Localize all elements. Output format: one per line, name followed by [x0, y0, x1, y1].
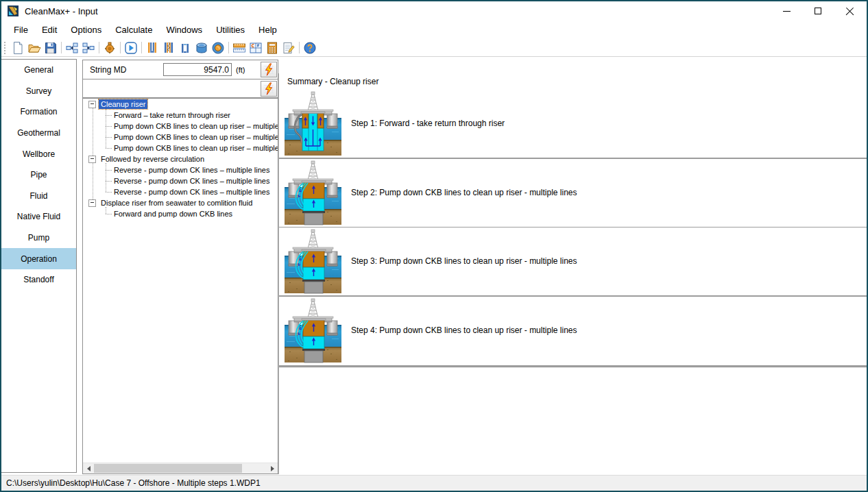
tree-connector-line [106, 163, 106, 192]
scroll-left-arrow[interactable] [83, 463, 94, 473]
maximize-button[interactable] [802, 1, 834, 21]
toolbar-grip[interactable] [4, 42, 7, 54]
tree-row: Displace riser from seawater to comlitio… [88, 197, 254, 208]
tubing-tool-button[interactable] [177, 40, 193, 56]
tree-item-reverse-1[interactable]: Reverse - pump down CK lines – multiple … [112, 165, 272, 175]
casing-tool-button[interactable] [144, 40, 160, 56]
category-sidebar: General Survey Formation Geothermal Well… [1, 59, 77, 473]
pump-tool-button[interactable] [210, 40, 226, 56]
wellhead-tool-button[interactable] [101, 40, 118, 56]
save-file-button[interactable] [43, 40, 59, 56]
scroll-right-arrow[interactable] [267, 463, 278, 473]
collapse-toggle-icon[interactable] [88, 156, 96, 163]
step-separator [279, 365, 867, 368]
sidebar-item-native-fluid[interactable]: Native Fluid [1, 206, 76, 227]
tree-item-forward-pump-down[interactable]: Forward and pump down CKB lines [112, 209, 234, 219]
tree-connector-line [106, 170, 112, 171]
minimize-icon [783, 11, 791, 12]
drillstring-tool-button[interactable] [160, 40, 177, 56]
sidebar-item-general[interactable]: General [1, 60, 76, 81]
tree-item-reverse-circulation[interactable]: Followed by reverse circulation [99, 154, 206, 164]
sidebar-item-geothermal[interactable]: Geothermal [1, 123, 76, 144]
close-button[interactable] [834, 1, 865, 21]
tree-item-pump-down-2[interactable]: Pump down CKB lines to clean up riser – … [112, 132, 278, 142]
minimize-button[interactable] [771, 1, 802, 21]
toolbar-separator [299, 42, 300, 53]
sidebar-item-operation[interactable]: Operation [1, 248, 76, 269]
sidebar-item-formation[interactable]: Formation [1, 101, 76, 123]
collapse-toggle-icon[interactable] [88, 199, 96, 207]
step-text: Step 2: Pump down CKB lines to clean up … [351, 159, 577, 226]
open-file-button[interactable] [26, 40, 43, 56]
menu-options[interactable]: Options [64, 22, 108, 38]
status-bar: C:\Users\yulin\Desktop\Hu\Case 7 - Offsh… [1, 475, 867, 491]
apply-string-md-button[interactable] [261, 62, 277, 77]
fluid-cylinder-icon [195, 41, 208, 55]
menu-edit[interactable]: Edit [35, 22, 64, 38]
tree-row: Forward and pump down CKB lines [112, 208, 234, 219]
unit-converter-button[interactable] [248, 40, 264, 56]
app-icon [7, 5, 19, 17]
new-document-button[interactable] [10, 40, 26, 56]
tree-item-reverse-2[interactable]: Reverse - pump down CK lines – multiple … [112, 176, 272, 186]
import-button[interactable] [64, 40, 80, 56]
report-editor-button[interactable] [280, 40, 297, 56]
summary-step-3[interactable]: Step 3: Pump down CKB lines to clean up … [279, 227, 867, 295]
menu-file[interactable]: File [7, 22, 35, 38]
tree-item-cleanup-riser[interactable]: Cleanup riser [99, 99, 147, 109]
summary-step-4[interactable]: Step 4: Pump down CKB lines to clean up … [279, 297, 867, 364]
drillstring-icon [162, 41, 176, 55]
tree-row: Followed by reverse circulation [88, 153, 206, 164]
tree-item-forward[interactable]: Forward – take return through riser [112, 110, 232, 120]
sidebar-item-fluid[interactable]: Fluid [1, 186, 76, 207]
string-md-label: String MD [90, 65, 126, 75]
run-calculation-button[interactable] [123, 40, 139, 56]
string-md-group: String MD (ft) [82, 60, 278, 79]
sidebar-item-survey[interactable]: Survey [1, 81, 76, 102]
tree-row: Cleanup riser [88, 99, 147, 110]
tree-item-displace-riser[interactable]: Displace riser from seawater to comlitio… [99, 198, 254, 208]
tree-item-reverse-3[interactable]: Reverse - pump down CK lines – multiple … [112, 187, 272, 197]
scrollbar-thumb[interactable] [94, 464, 242, 473]
tree-connector-line [106, 108, 106, 148]
collapse-toggle-icon[interactable] [88, 101, 96, 108]
menu-calculate[interactable]: Calculate [108, 22, 159, 38]
sidebar-item-standoff[interactable]: Standoff [1, 269, 76, 291]
tree-connector-line [106, 137, 112, 138]
tree-row: Pump down CKB lines to clean up riser – … [112, 143, 278, 153]
wellhead-icon [103, 41, 117, 55]
maximize-icon [815, 8, 821, 14]
apply-operation-button[interactable] [261, 81, 277, 97]
secondary-action-group [82, 79, 278, 98]
sidebar-item-wellbore[interactable]: Wellbore [1, 143, 76, 164]
calculator-icon [265, 41, 279, 55]
tree-connector-line [106, 192, 112, 193]
summary-step-2[interactable]: Step 2: Pump down CKB lines to clean up … [279, 159, 867, 226]
tree-item-pump-down-1[interactable]: Pump down CKB lines to clean up riser – … [112, 121, 278, 131]
help-button[interactable] [302, 40, 318, 56]
help-icon [303, 41, 317, 55]
tree-row: Reverse - pump down CK lines – multiple … [112, 175, 272, 186]
offshore-rig-pumpdown-illustration [282, 297, 343, 364]
menu-help[interactable]: Help [252, 22, 284, 38]
tree-row: Reverse - pump down CK lines – multiple … [112, 164, 272, 175]
tree-connector-line [106, 115, 112, 116]
calculator-button[interactable] [264, 40, 280, 56]
casing-icon [145, 41, 159, 55]
string-md-unit: (ft) [236, 66, 245, 74]
ruler-units-button[interactable] [231, 40, 248, 56]
tree-item-pump-down-3[interactable]: Pump down CKB lines to clean up riser – … [112, 143, 278, 153]
step-text: Step 4: Pump down CKB lines to clean up … [351, 297, 577, 364]
horizontal-scrollbar[interactable] [83, 463, 278, 473]
menu-windows[interactable]: Windows [159, 22, 209, 38]
tree-row: Forward – take return through riser [112, 110, 232, 121]
toolbar-separator [99, 42, 99, 53]
sidebar-item-pump[interactable]: Pump [1, 227, 76, 249]
export-button[interactable] [80, 40, 97, 56]
sidebar-item-pipe[interactable]: Pipe [1, 164, 76, 186]
summary-step-1[interactable]: Step 1: Forward - take return through ri… [279, 90, 867, 157]
fluid-cylinder-button[interactable] [193, 40, 210, 56]
string-md-input[interactable] [163, 63, 232, 76]
menu-utilities[interactable]: Utilities [209, 22, 252, 38]
new-document-icon [11, 41, 25, 55]
